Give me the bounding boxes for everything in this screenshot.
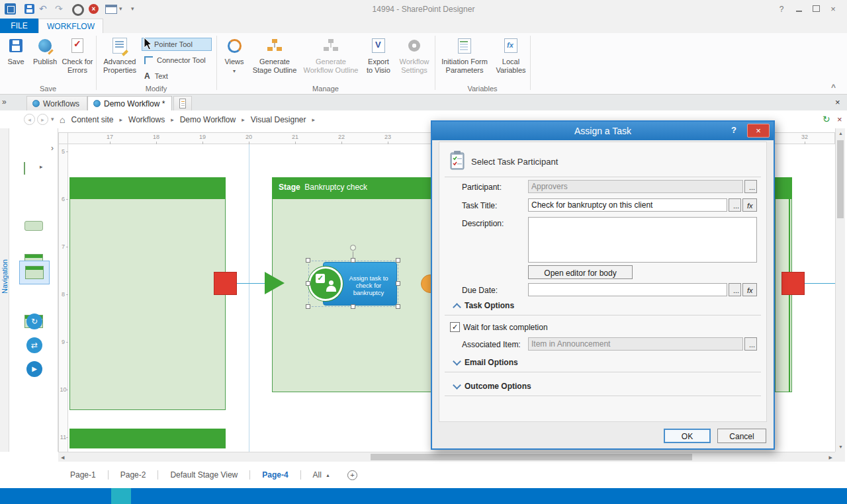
scroll-right-arrow[interactable]: ▶: [829, 455, 832, 460]
panel-expand-icon[interactable]: ›: [51, 144, 54, 152]
resize-handle-nw[interactable]: [306, 258, 310, 263]
vertical-scroll-thumb[interactable]: [837, 140, 844, 218]
forward-button[interactable]: ▸: [37, 114, 48, 125]
shape-item-loop[interactable]: ↻: [26, 314, 42, 329]
stage-left-body[interactable]: [69, 199, 226, 410]
breadcrumb-item-visual-designer[interactable]: Visual Designer: [251, 115, 306, 124]
page-tab-1[interactable]: Page-1: [66, 470, 100, 480]
collapse-ribbon-icon[interactable]: ^: [831, 83, 836, 91]
task-options-header[interactable]: Task Options: [465, 301, 514, 310]
task-icon-circle[interactable]: [308, 267, 343, 301]
publish-button[interactable]: Publish: [30, 36, 60, 89]
gallery-dropdown-icon[interactable]: ▸: [40, 164, 43, 170]
ok-button[interactable]: OK: [664, 429, 711, 443]
views-button[interactable]: Views ▾: [220, 36, 249, 89]
qat-customize-icon[interactable]: ▾: [131, 6, 134, 12]
connector-tool-button[interactable]: Connector Tool: [142, 54, 212, 67]
participant-field[interactable]: [528, 180, 743, 193]
back-button[interactable]: ◂: [24, 114, 35, 125]
shape-item-parallel[interactable]: ⇄: [26, 337, 42, 353]
task-title-browse-button[interactable]: ...: [729, 198, 741, 212]
associated-item-field[interactable]: [528, 337, 743, 351]
stage-entry-arrow-shape[interactable]: [265, 272, 285, 294]
initiation-form-parameters-button[interactable]: Initiation Form Parameters: [438, 36, 491, 89]
cancel-button[interactable]: Cancel: [717, 429, 766, 443]
participant-browse-button[interactable]: ...: [744, 180, 757, 193]
app-icon[interactable]: [5, 3, 16, 15]
preview-dropdown-icon[interactable]: ▾: [119, 6, 122, 12]
breadcrumb-item-workflows[interactable]: Workflows: [128, 115, 165, 124]
add-page-button[interactable]: +: [347, 470, 357, 480]
page-tab-all[interactable]: All: [309, 470, 326, 480]
minimize-button[interactable]: [791, 4, 806, 15]
breadcrumb-item-demo-workflow[interactable]: Demo Workflow: [180, 115, 236, 124]
maximize-button[interactable]: [809, 4, 823, 15]
outcome-options-expand-icon[interactable]: [453, 381, 461, 390]
local-variables-button[interactable]: Local Variables: [494, 36, 528, 89]
description-field[interactable]: [528, 217, 757, 263]
check-for-errors-button[interactable]: Check for Errors: [61, 36, 94, 89]
save-button[interactable]: Save: [3, 36, 29, 89]
resize-handle-n[interactable]: [351, 258, 355, 263]
open-editor-button[interactable]: Open editor for body: [528, 265, 633, 279]
page-tab-2[interactable]: Page-2: [116, 470, 150, 480]
all-pages-arrow-icon[interactable]: ▲: [326, 473, 330, 478]
navigation-pane-collapsed[interactable]: Navigation: [0, 128, 9, 452]
page-tab-4-active[interactable]: Page-4: [258, 470, 292, 480]
breadcrumb-item-content-site[interactable]: Content site: [71, 115, 113, 124]
shape-item-stage-selected[interactable]: [19, 261, 50, 284]
error-icon[interactable]: ×: [89, 4, 99, 14]
stage-exit-shape-right[interactable]: [781, 272, 805, 295]
due-date-browse-button[interactable]: ...: [729, 283, 741, 296]
history-dropdown-icon[interactable]: ▾: [51, 116, 54, 122]
wait-for-completion-checkbox[interactable]: ✓: [450, 322, 460, 332]
scroll-down-arrow[interactable]: ▼: [838, 444, 843, 449]
stage-bottom-header[interactable]: [69, 429, 226, 448]
outcome-options-header[interactable]: Outcome Options: [465, 382, 531, 391]
stop-icon[interactable]: ×: [837, 115, 842, 124]
new-tab-button[interactable]: [173, 96, 192, 110]
tab-scroll-left-icon[interactable]: »: [2, 98, 7, 106]
task-title-field[interactable]: [528, 198, 727, 212]
resize-handle-e[interactable]: [396, 281, 400, 286]
scroll-up-arrow[interactable]: ▲: [838, 131, 843, 136]
export-to-visio-button[interactable]: Export to Visio: [364, 36, 393, 89]
resize-handle-ne[interactable]: [396, 258, 400, 263]
advanced-properties-button[interactable]: Advanced Properties: [99, 36, 140, 89]
doc-tab-workflows[interactable]: Workflows: [26, 96, 87, 110]
resize-handle-s[interactable]: [351, 304, 355, 309]
qat-save-icon[interactable]: [24, 4, 34, 14]
due-date-fx-button[interactable]: fx: [742, 283, 757, 296]
tab-workflow[interactable]: WORKFLOW: [38, 19, 103, 33]
task-title-fx-button[interactable]: fx: [742, 198, 757, 212]
shape-item-start[interactable]: ▶: [26, 361, 42, 377]
refresh-icon[interactable]: ↻: [823, 114, 830, 124]
dialog-close-button[interactable]: ×: [747, 124, 770, 138]
generate-stage-outline-button[interactable]: Generate Stage Outline: [251, 36, 298, 89]
shape-gallery-icon[interactable]: [24, 162, 25, 175]
doc-tab-demo-workflow[interactable]: Demo Workflow *: [87, 96, 172, 110]
close-document-icon[interactable]: ×: [835, 98, 840, 106]
shape-item-simple-stage[interactable]: [24, 221, 43, 231]
redo-icon[interactable]: ↷: [55, 4, 63, 13]
scroll-left-arrow[interactable]: ◀: [61, 455, 64, 460]
horizontal-scroll-thumb[interactable]: [371, 454, 692, 460]
tab-file[interactable]: FILE: [0, 19, 38, 33]
help-button[interactable]: ?: [774, 4, 789, 15]
dialog-help-button[interactable]: ?: [731, 125, 736, 135]
close-button[interactable]: ×: [826, 4, 840, 15]
task-options-collapse-icon[interactable]: [453, 303, 461, 312]
stage-left-header[interactable]: [69, 177, 226, 199]
associated-item-browse-button[interactable]: ...: [744, 337, 757, 351]
resize-handle-w[interactable]: [306, 281, 310, 286]
text-tool-button[interactable]: A Text: [142, 69, 212, 83]
resize-handle-sw[interactable]: [306, 304, 310, 309]
resize-handle-se[interactable]: [396, 304, 400, 309]
due-date-field[interactable]: [528, 283, 727, 296]
rotation-handle[interactable]: [350, 245, 356, 251]
email-options-expand-icon[interactable]: [453, 357, 461, 366]
preview-icon[interactable]: [105, 5, 117, 14]
undo-icon[interactable]: ↶: [39, 4, 47, 13]
gear-icon[interactable]: [72, 4, 84, 16]
stage-exit-shape[interactable]: [214, 272, 237, 295]
